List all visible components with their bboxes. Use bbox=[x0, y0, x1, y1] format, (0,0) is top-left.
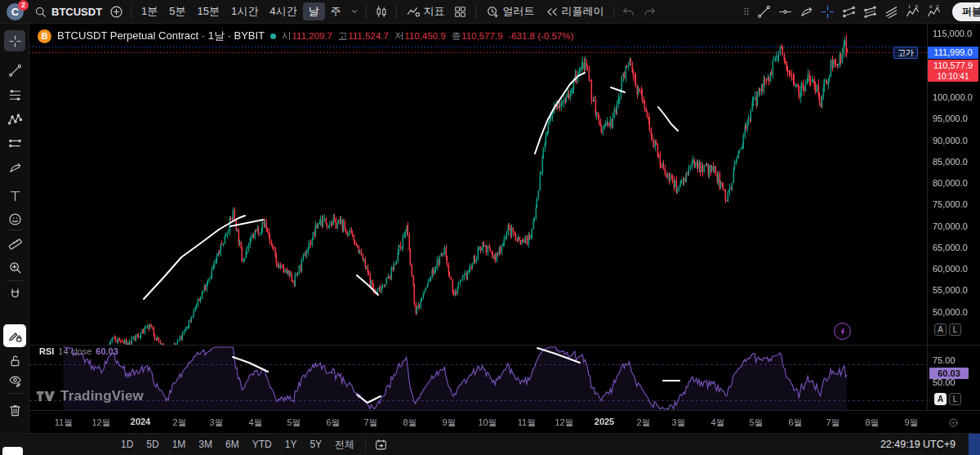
range-button[interactable]: YTD bbox=[246, 436, 278, 453]
ruler-icon bbox=[7, 236, 23, 252]
interval-button[interactable]: 주 bbox=[325, 2, 347, 20]
chart-legend[interactable]: B BTCUSDT Perpetual Contract · 1날 · BYBI… bbox=[38, 29, 574, 43]
text-icon bbox=[7, 188, 23, 203]
measure-tool-button[interactable] bbox=[4, 233, 25, 254]
fav-trend-line-button[interactable] bbox=[753, 2, 774, 21]
elliott-impulse-button[interactable]: 15 bbox=[902, 2, 923, 21]
rsi-auto-scale-button[interactable]: A bbox=[934, 393, 947, 405]
remove-drawings-button[interactable] bbox=[4, 399, 25, 421]
position-tool-button[interactable] bbox=[4, 132, 25, 154]
time-tick-label: 4월 bbox=[710, 417, 724, 429]
range-button[interactable]: 3M bbox=[192, 436, 219, 453]
replay-button[interactable]: 리플레이 bbox=[540, 2, 609, 21]
top-toolbar: C 2 BTCUSDT 1분5분15분1시간4시간날주 지표 bbox=[0, 0, 980, 24]
range-button[interactable]: 전체 bbox=[328, 436, 361, 453]
range-button[interactable]: 1D bbox=[114, 436, 140, 453]
trend-line-icon bbox=[756, 4, 772, 20]
drawing-lock-mode-button[interactable] bbox=[3, 324, 26, 347]
price-tick-label: 90,000.0 bbox=[933, 136, 968, 145]
redo-button[interactable] bbox=[639, 2, 661, 21]
indicators-icon bbox=[406, 4, 421, 19]
elliott-correction-button[interactable]: AC bbox=[923, 2, 944, 21]
divider bbox=[7, 280, 23, 281]
compare-add-button[interactable] bbox=[105, 2, 127, 21]
crosshair-tool-button[interactable] bbox=[4, 30, 25, 51]
chart-type-button[interactable] bbox=[371, 2, 392, 21]
layout-grid-icon bbox=[453, 5, 467, 19]
lock-all-drawings-button[interactable] bbox=[4, 350, 25, 371]
tradingview-logo-icon bbox=[36, 389, 56, 404]
interval-button[interactable]: 4시간 bbox=[264, 2, 302, 20]
pattern-xabcd-tool-button[interactable] bbox=[4, 109, 25, 130]
interval-button[interactable]: 날 bbox=[303, 2, 325, 20]
chevron-down-icon bbox=[349, 6, 360, 17]
trend-line-tool-button[interactable] bbox=[4, 60, 25, 81]
chart-area: B BTCUSDT Perpetual Contract · 1날 · BYBI… bbox=[29, 24, 980, 433]
btc-symbol-icon: B bbox=[38, 29, 51, 43]
zoom-in-tool-button[interactable] bbox=[4, 256, 25, 278]
time-tick-label: 3월 bbox=[671, 417, 685, 429]
candles-icon bbox=[374, 4, 389, 19]
fav-parallel-channel-button[interactable] bbox=[880, 2, 902, 21]
emoji-tool-button[interactable] bbox=[4, 208, 25, 230]
rsi-log-scale-button[interactable]: L bbox=[949, 393, 961, 405]
interval-button[interactable]: 15분 bbox=[192, 2, 225, 20]
indicators-label: 지표 bbox=[424, 4, 445, 19]
publish-button[interactable]: 퍼블 bbox=[952, 2, 980, 21]
fav-brush-button[interactable] bbox=[795, 2, 817, 21]
goto-date-button[interactable] bbox=[370, 435, 391, 454]
time-tick-label: 3월 bbox=[209, 417, 223, 429]
symbol-search-button[interactable]: BTCUSDT bbox=[30, 5, 105, 19]
flash-trade-button[interactable] bbox=[834, 323, 851, 340]
plus-circle-icon bbox=[109, 4, 124, 20]
xabcd-pattern-icon bbox=[7, 112, 23, 127]
layout-grid-button[interactable] bbox=[450, 2, 471, 21]
channel-lines-icon bbox=[862, 4, 878, 20]
brush-tool-button[interactable] bbox=[4, 157, 25, 178]
divider bbox=[131, 5, 131, 19]
interval-button[interactable]: 5분 bbox=[163, 2, 191, 20]
account-avatar[interactable]: C 2 bbox=[7, 3, 24, 20]
indicators-button[interactable]: 지표 bbox=[401, 2, 450, 21]
interval-chevron-button[interactable] bbox=[347, 2, 362, 21]
main-auto-scale-button[interactable]: A bbox=[934, 323, 947, 336]
fav-trend-channel-button[interactable] bbox=[859, 2, 880, 21]
range-button[interactable]: 1Y bbox=[278, 436, 304, 453]
ohlc-item: 저110,450.9 bbox=[394, 30, 446, 42]
time-axis-settings-button[interactable] bbox=[947, 417, 960, 432]
market-status-dot bbox=[270, 33, 276, 39]
ohlc-item: 종110,577.9 bbox=[452, 30, 503, 42]
range-button[interactable]: 5Y bbox=[303, 436, 328, 453]
time-tick-label: 2025 bbox=[595, 417, 614, 426]
main-log-scale-button[interactable]: L bbox=[949, 323, 961, 336]
crosshair-icon bbox=[820, 4, 835, 20]
drag-dots-icon bbox=[742, 5, 751, 18]
magnet-mode-button[interactable] bbox=[4, 283, 25, 305]
date-range-list: 1D5D1M3M6MYTD1Y5Y전체 bbox=[114, 436, 361, 453]
time-tick-label: 8월 bbox=[403, 417, 416, 429]
fav-info-line-button[interactable] bbox=[838, 2, 859, 21]
hide-drawings-button[interactable] bbox=[4, 370, 25, 391]
rsi-legend[interactable]: RSI 14 close 60.03 bbox=[39, 346, 118, 356]
interval-button[interactable]: 1분 bbox=[136, 2, 163, 20]
long-position-icon bbox=[7, 136, 23, 151]
range-button[interactable]: 6M bbox=[219, 436, 246, 453]
unlocked-padlock-icon bbox=[7, 353, 23, 368]
three-lines-icon bbox=[884, 4, 899, 20]
crosshair-mode-button[interactable] bbox=[817, 2, 838, 21]
clock-timezone[interactable]: 22:49:19 UTC+9 bbox=[880, 439, 956, 450]
range-button[interactable]: 5D bbox=[140, 436, 165, 453]
toolbar-drag-handle[interactable] bbox=[740, 2, 753, 21]
alert-button[interactable]: 얼러트 bbox=[480, 2, 540, 21]
ohlc-label: 저 bbox=[394, 31, 404, 41]
tradingview-watermark: TradingView bbox=[36, 388, 144, 404]
fav-horizontal-line-button[interactable] bbox=[774, 2, 795, 21]
fib-retracement-tool-button[interactable] bbox=[4, 84, 25, 105]
range-button[interactable]: 1M bbox=[166, 436, 193, 453]
interval-button[interactable]: 1시간 bbox=[225, 2, 264, 20]
redo-icon bbox=[643, 5, 657, 19]
price-chart-canvas[interactable] bbox=[29, 24, 980, 433]
undo-button[interactable] bbox=[618, 2, 639, 21]
text-tool-button[interactable] bbox=[4, 185, 25, 206]
last-price-value: 110,577.9 bbox=[928, 60, 978, 71]
